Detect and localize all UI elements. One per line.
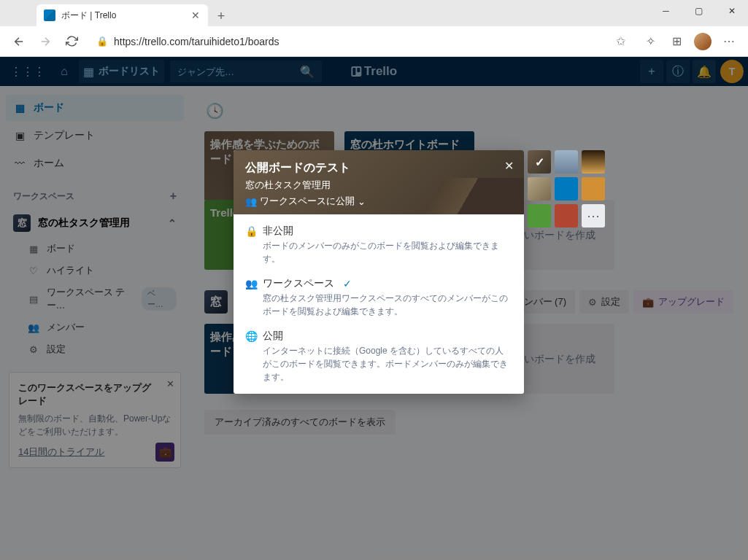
beta-badge: ベー… [142,287,177,311]
url-text: https://trello.com/taruihideto1/boards [114,36,616,47]
bg-option[interactable] [555,204,578,228]
star-add-icon[interactable]: ✩ [616,34,625,48]
board-icon: ▦ [28,244,39,254]
clock-icon: 🕓 [204,101,225,121]
visibility-popup: ✕ 公開ボードのテスト 窓の杜タスク管理用 👥 ワークスペースに公開 ⌄ 🔒非公… [234,150,524,394]
board-icon: ▦ [83,65,94,79]
workspace-section-header: ワークスペース + [6,184,184,209]
sidebar-sub-wstable[interactable]: ▤ ワークスペース テー… ベー… [6,281,184,316]
sidebar-sub-settings[interactable]: ⚙ 設定 [6,338,184,360]
new-tab-button[interactable]: + [211,6,231,26]
ws-tab-upgrade[interactable]: 💼アップグレード [633,290,733,314]
info-icon[interactable]: ⓘ [666,60,690,83]
show-archived-button[interactable]: アーカイブ済みのすべてのボードを表示 [204,410,396,435]
sidebar-sub-highlight[interactable]: ♡ ハイライト [6,260,184,281]
trello-logo[interactable]: Trello [351,64,397,79]
window-close-button[interactable]: ✕ [715,0,748,22]
back-button[interactable] [6,28,32,55]
upgrade-title: このワークスペースをアップグレード [18,381,171,408]
bg-option[interactable] [582,177,605,201]
create-button[interactable]: + [640,60,663,83]
sidebar-item-boards[interactable]: ▦ ボード [6,95,184,121]
apps-icon[interactable]: ⋮⋮⋮ [6,60,50,83]
sidebar-sub-boards[interactable]: ▦ ボード [6,238,184,260]
window-maximize-button[interactable]: ▢ [682,0,715,22]
app-topnav: ⋮⋮⋮ ⌂ ▦ ボードリスト 🔍 Trello + ⓘ 🔔 T [0,57,748,86]
extension-collections-icon[interactable]: ✧ [637,28,663,55]
trello-logo-icon [351,66,361,77]
members-icon: 👥 [245,196,257,207]
profile-avatar[interactable] [690,28,716,55]
close-icon[interactable]: ✕ [166,378,174,389]
chevron-up-icon: ⌃ [168,217,177,229]
workspace-badge: 窓 [204,290,228,314]
trial-link[interactable]: 14日間のトライアル [18,446,104,457]
bg-more-button[interactable]: ⋯ [582,204,605,228]
lock-icon: 🔒 [245,225,257,237]
url-input[interactable]: 🔒 https://trello.com/taruihideto1/boards… [89,30,633,53]
sidebar-item-home[interactable]: 〰 ホーム [6,150,184,176]
bg-option[interactable] [528,177,551,201]
workspace-toggle[interactable]: 窓 窓の杜タスク管理用 ⌃ [6,209,184,238]
popup-header: ✕ 公開ボードのテスト 窓の杜タスク管理用 👥 ワークスペースに公開 ⌄ [234,150,524,214]
template-icon: ▣ [13,130,26,141]
trello-favicon [44,9,55,21]
search-box[interactable]: 🔍 [170,61,322,82]
close-icon[interactable]: ✕ [501,158,517,174]
gear-icon: ⚙ [588,297,597,308]
check-icon: ✓ [343,278,352,289]
notifications-icon[interactable]: 🔔 [693,60,716,83]
briefcase-icon: 💼 [642,297,654,308]
browser-tab[interactable]: ボード | Trello ✕ [36,4,208,26]
pulse-icon: 〰 [13,158,26,169]
window-minimize-button[interactable]: ─ [649,0,682,22]
background-picker: ⋯ [528,150,608,228]
ws-tab-settings[interactable]: ⚙設定 [579,290,629,314]
boardlist-button[interactable]: ▦ ボードリスト [79,60,164,83]
sidebar: ▦ ボード ▣ テンプレート 〰 ホーム ワークスペース + 窓 窓の杜タスク管… [0,86,190,560]
tab-title: ボード | Trello [61,9,190,22]
visibility-dropdown[interactable]: 👥 ワークスペースに公開 ⌄ [245,195,512,208]
bg-option[interactable] [528,150,551,174]
forward-button[interactable] [32,28,58,55]
user-avatar[interactable]: T [720,60,744,83]
close-tab-icon[interactable]: ✕ [190,10,201,20]
briefcase-icon: 💼 [155,443,174,462]
bg-option[interactable] [582,150,605,174]
board-icon: ▦ [13,102,26,114]
extension-extensions-icon[interactable]: ⊞ [663,28,690,55]
members-icon: 👥 [245,278,257,289]
home-icon[interactable]: ⌂ [53,60,76,83]
browser-addressbar: 🔒 https://trello.com/taruihideto1/boards… [0,26,748,57]
heart-icon: ♡ [28,265,39,276]
upgrade-desc: 無制限のボード、自動化、Power-Upなどをご利用いただけます。 [18,412,171,438]
chevron-down-icon: ⌄ [358,196,366,207]
table-icon: ▤ [28,294,39,305]
bg-option[interactable] [528,204,551,228]
bg-option[interactable] [555,177,578,201]
sidebar-item-templates[interactable]: ▣ テンプレート [6,122,184,149]
members-icon: 👥 [28,322,39,333]
browser-menu-button[interactable]: ⋯ [716,28,742,55]
sidebar-sub-members[interactable]: 👥 メンバー [6,316,184,338]
bg-option[interactable] [555,150,578,174]
popup-title: 公開ボードのテスト [245,160,512,176]
search-input[interactable] [177,66,300,77]
upgrade-promo: ✕ このワークスペースをアップグレード 無制限のボード、自動化、Power-Up… [9,372,181,468]
gear-icon: ⚙ [28,344,39,355]
vis-option-private[interactable]: 🔒非公開 ボードのメンバーのみがこのボードを閲覧および編集できます。 [234,219,524,271]
vis-option-public[interactable]: 🌐公開 インターネットに接続（Google を含む）しているすべての人がこのボー… [234,324,524,389]
reload-button[interactable] [58,28,85,55]
popup-subtitle: 窓の杜タスク管理用 [245,179,512,192]
search-icon: 🔍 [300,65,315,79]
workspace-badge: 窓 [13,214,31,232]
add-workspace-button[interactable]: + [170,190,177,203]
globe-icon: 🌐 [245,330,257,342]
vis-option-workspace[interactable]: 👥ワークスペース✓ 窓の杜タスク管理用ワークスペースのすべてのメンバーがこのボー… [234,271,524,324]
lock-icon: 🔒 [96,36,108,47]
browser-titlebar: ボード | Trello ✕ + ─ ▢ ✕ [0,0,748,26]
